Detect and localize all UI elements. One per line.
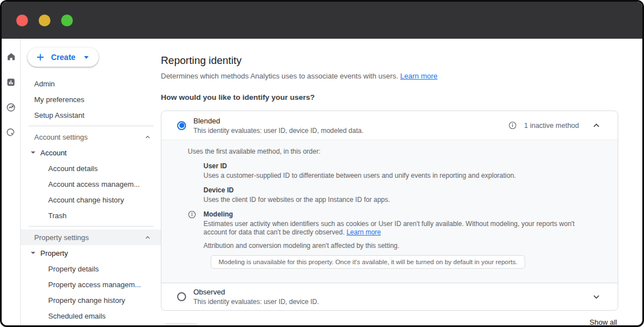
triangle-down-icon [31, 252, 35, 254]
method-description: Uses a customer-supplied ID to different… [203, 172, 599, 180]
modeling-description-text: Estimates user activity when identifiers… [203, 220, 574, 236]
chevron-down-icon [592, 292, 601, 301]
blended-header-right: 1 inactive method [508, 121, 601, 130]
sidebar-item-property-change-history[interactable]: Property change history [21, 292, 161, 308]
blended-details-panel: Uses the first available method, in this… [161, 140, 618, 283]
blended-description: This identity evaluates: user ID, device… [193, 127, 364, 135]
method-description: Estimates user activity when identifiers… [203, 220, 599, 237]
info-icon [188, 210, 196, 221]
sidebar-divider [29, 126, 154, 126]
home-icon[interactable] [6, 51, 17, 62]
modeling-unavailable-note: Modeling is unavailable for this propert… [211, 255, 525, 269]
method-modeling: Modeling Estimates user activity when id… [203, 210, 604, 269]
advertising-icon[interactable] [6, 102, 17, 113]
form-actions: Save Cancel [164, 323, 233, 327]
sidebar-item-scheduled-emails[interactable]: Scheduled emails [21, 308, 161, 324]
observed-header-right [586, 292, 601, 301]
observed-option-header[interactable]: Observed This identity evaluates: user I… [161, 283, 618, 310]
close-window-button[interactable] [16, 15, 28, 26]
subtitle-text: Determines which methods Analytics uses … [161, 72, 398, 80]
collapse-blended-button[interactable] [592, 121, 601, 130]
sidebar-group-property[interactable]: Property [21, 245, 161, 261]
group-label: Property [40, 249, 68, 257]
minimize-window-button[interactable] [39, 15, 50, 26]
method-name: User ID [203, 162, 604, 170]
methods-intro: Uses the first available method, in this… [188, 148, 604, 156]
caret-down-icon [84, 56, 89, 59]
blended-option-texts: Blended This identity evaluates: user ID… [193, 117, 364, 135]
page-subtitle: Determines which methods Analytics uses … [161, 72, 618, 80]
reports-icon[interactable] [6, 76, 17, 87]
sidebar-item-account-access-management[interactable]: Account access managem... [21, 176, 161, 192]
method-description: Uses the client ID for websites or the a… [203, 196, 599, 204]
method-device-id: Device ID Uses the client ID for website… [203, 186, 604, 204]
titlebar [2, 2, 642, 39]
app-window: Create Admin My preferences Setup Assist… [0, 0, 644, 327]
identity-question: How would you like to identify your user… [161, 93, 618, 102]
expand-observed-button[interactable] [592, 292, 601, 301]
sidebar-section-account-settings[interactable]: Account settings [21, 129, 161, 145]
save-button[interactable]: Save [164, 323, 197, 327]
method-name: Device ID [203, 186, 604, 194]
sidebar-divider [29, 226, 154, 227]
explore-icon[interactable] [6, 127, 17, 138]
sidebar-item-trash[interactable]: Trash [21, 208, 161, 223]
chevron-up-icon [144, 133, 151, 141]
create-button-label: Create [51, 53, 76, 62]
sidebar-item-account-details[interactable]: Account details [21, 160, 161, 176]
triangle-down-icon [31, 151, 35, 154]
group-label: Account [40, 149, 67, 157]
zoom-window-button[interactable] [61, 15, 73, 26]
chevron-up-icon [144, 234, 151, 241]
method-name: Modeling [203, 210, 604, 218]
create-button[interactable]: Create [27, 48, 99, 67]
sidebar-section-property-settings[interactable]: Property settings [21, 229, 161, 245]
main-content: Reporting identity Determines which meth… [161, 39, 642, 325]
modeling-footnote: Attribution and conversion modeling aren… [203, 242, 604, 250]
sidebar-item-my-preferences[interactable]: My preferences [21, 91, 161, 107]
section-title: Property settings [34, 233, 89, 242]
nav-rail [2, 39, 21, 325]
section-title: Account settings [34, 133, 87, 141]
identity-options-card: Blended This identity evaluates: user ID… [161, 110, 618, 311]
blended-option-header[interactable]: Blended This identity evaluates: user ID… [161, 111, 618, 140]
show-all-link[interactable]: Show all [590, 318, 617, 326]
observed-option-texts: Observed This identity evaluates: user I… [193, 288, 319, 306]
observed-label: Observed [193, 288, 319, 296]
sidebar-group-account[interactable]: Account [21, 145, 161, 160]
inactive-method-badge: 1 inactive method [524, 122, 579, 130]
plus-icon [36, 53, 45, 62]
blended-label: Blended [193, 117, 364, 125]
page-footer: Show all Save Cancel [161, 311, 618, 327]
sidebar-item-admin[interactable]: Admin [21, 76, 161, 91]
method-user-id: User ID Uses a customer-supplied ID to d… [203, 162, 604, 180]
sidebar-item-setup-assistant[interactable]: Setup Assistant [21, 107, 161, 123]
radio-dot [179, 123, 184, 128]
sidebar-item-property-access-management[interactable]: Property access managem... [21, 277, 161, 292]
sidebar-item-account-change-history[interactable]: Account change history [21, 192, 161, 208]
page-title: Reporting identity [161, 54, 618, 67]
admin-sidebar: Create Admin My preferences Setup Assist… [21, 39, 161, 325]
learn-more-link[interactable]: Learn more [400, 72, 437, 80]
methods-list: User ID Uses a customer-supplied ID to d… [203, 162, 604, 269]
app-body: Create Admin My preferences Setup Assist… [2, 39, 642, 325]
info-icon [508, 121, 517, 130]
blended-radio[interactable] [177, 121, 186, 130]
modeling-learn-more-link[interactable]: Learn more [346, 228, 381, 236]
sidebar-item-property-details[interactable]: Property details [21, 261, 161, 277]
observed-radio[interactable] [177, 292, 186, 301]
chevron-up-icon [592, 121, 601, 130]
observed-description: This identity evaluates: user ID, device… [193, 298, 319, 306]
